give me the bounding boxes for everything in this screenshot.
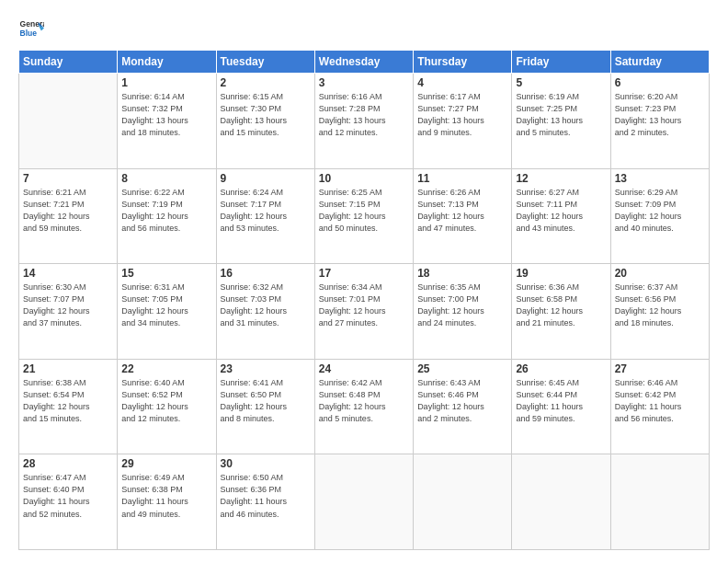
day-number: 1 <box>121 76 211 89</box>
weekday-header-tuesday: Tuesday <box>216 51 314 74</box>
calendar-cell <box>19 74 118 169</box>
calendar-cell <box>512 454 610 550</box>
calendar-cell: 7Sunrise: 6:21 AM Sunset: 7:21 PM Daylig… <box>19 168 118 264</box>
day-info: Sunrise: 6:37 AM Sunset: 6:56 PM Dayligh… <box>615 282 705 329</box>
day-number: 12 <box>516 172 606 185</box>
day-info: Sunrise: 6:40 AM Sunset: 6:52 PM Dayligh… <box>121 377 211 425</box>
day-info: Sunrise: 6:25 AM Sunset: 7:15 PM Dayligh… <box>319 187 409 235</box>
day-number: 18 <box>417 267 507 280</box>
day-info: Sunrise: 6:20 AM Sunset: 7:23 PM Dayligh… <box>615 91 705 139</box>
day-info: Sunrise: 6:34 AM Sunset: 7:01 PM Dayligh… <box>319 282 409 329</box>
day-number: 9 <box>221 172 311 185</box>
calendar-cell: 15Sunrise: 6:31 AM Sunset: 7:05 PM Dayli… <box>118 264 216 360</box>
calendar-header-row: SundayMondayTuesdayWednesdayThursdayFrid… <box>19 51 710 74</box>
calendar-cell: 16Sunrise: 6:32 AM Sunset: 7:03 PM Dayli… <box>216 264 314 360</box>
day-number: 14 <box>23 267 113 280</box>
day-number: 23 <box>221 362 311 375</box>
day-info: Sunrise: 6:19 AM Sunset: 7:25 PM Dayligh… <box>516 91 606 139</box>
day-number: 5 <box>516 76 606 89</box>
calendar-cell: 2Sunrise: 6:15 AM Sunset: 7:30 PM Daylig… <box>216 74 314 169</box>
day-info: Sunrise: 6:30 AM Sunset: 7:07 PM Dayligh… <box>23 282 113 329</box>
calendar-week-2: 7Sunrise: 6:21 AM Sunset: 7:21 PM Daylig… <box>19 168 710 264</box>
calendar-cell: 5Sunrise: 6:19 AM Sunset: 7:25 PM Daylig… <box>512 74 610 169</box>
day-number: 22 <box>121 362 211 375</box>
day-number: 24 <box>319 362 409 375</box>
day-number: 15 <box>121 267 211 280</box>
weekday-header-thursday: Thursday <box>414 51 512 74</box>
weekday-header-monday: Monday <box>118 51 216 74</box>
day-info: Sunrise: 6:27 AM Sunset: 7:11 PM Dayligh… <box>516 187 606 235</box>
calendar-week-5: 28Sunrise: 6:47 AM Sunset: 6:40 PM Dayli… <box>19 454 710 550</box>
calendar-cell: 28Sunrise: 6:47 AM Sunset: 6:40 PM Dayli… <box>19 454 118 550</box>
day-number: 17 <box>319 267 409 280</box>
day-number: 21 <box>23 362 113 375</box>
day-info: Sunrise: 6:29 AM Sunset: 7:09 PM Dayligh… <box>615 187 705 235</box>
day-info: Sunrise: 6:17 AM Sunset: 7:27 PM Dayligh… <box>417 91 507 139</box>
day-number: 29 <box>121 457 211 470</box>
calendar-cell: 23Sunrise: 6:41 AM Sunset: 6:50 PM Dayli… <box>216 359 314 454</box>
calendar-cell: 17Sunrise: 6:34 AM Sunset: 7:01 PM Dayli… <box>314 264 413 360</box>
calendar-cell: 6Sunrise: 6:20 AM Sunset: 7:23 PM Daylig… <box>610 74 709 169</box>
day-number: 25 <box>417 362 507 375</box>
calendar-cell: 14Sunrise: 6:30 AM Sunset: 7:07 PM Dayli… <box>19 264 118 360</box>
calendar-cell: 11Sunrise: 6:26 AM Sunset: 7:13 PM Dayli… <box>414 168 512 264</box>
day-info: Sunrise: 6:26 AM Sunset: 7:13 PM Dayligh… <box>417 187 507 235</box>
day-info: Sunrise: 6:36 AM Sunset: 6:58 PM Dayligh… <box>516 282 606 329</box>
calendar-week-1: 1Sunrise: 6:14 AM Sunset: 7:32 PM Daylig… <box>19 74 710 169</box>
calendar-cell: 12Sunrise: 6:27 AM Sunset: 7:11 PM Dayli… <box>512 168 610 264</box>
day-number: 11 <box>417 172 507 185</box>
day-info: Sunrise: 6:35 AM Sunset: 7:00 PM Dayligh… <box>417 282 507 329</box>
calendar-cell: 29Sunrise: 6:49 AM Sunset: 6:38 PM Dayli… <box>118 454 216 550</box>
calendar-cell: 21Sunrise: 6:38 AM Sunset: 6:54 PM Dayli… <box>19 359 118 454</box>
day-info: Sunrise: 6:43 AM Sunset: 6:46 PM Dayligh… <box>417 377 507 425</box>
calendar-cell: 27Sunrise: 6:46 AM Sunset: 6:42 PM Dayli… <box>610 359 709 454</box>
weekday-header-friday: Friday <box>512 51 610 74</box>
day-info: Sunrise: 6:14 AM Sunset: 7:32 PM Dayligh… <box>121 91 211 139</box>
calendar-cell: 9Sunrise: 6:24 AM Sunset: 7:17 PM Daylig… <box>216 168 314 264</box>
day-info: Sunrise: 6:21 AM Sunset: 7:21 PM Dayligh… <box>23 187 113 235</box>
calendar-cell: 26Sunrise: 6:45 AM Sunset: 6:44 PM Dayli… <box>512 359 610 454</box>
weekday-header-wednesday: Wednesday <box>314 51 413 74</box>
day-number: 6 <box>615 76 705 89</box>
day-info: Sunrise: 6:24 AM Sunset: 7:17 PM Dayligh… <box>221 187 311 235</box>
day-number: 7 <box>23 172 113 185</box>
day-number: 27 <box>615 362 705 375</box>
day-info: Sunrise: 6:41 AM Sunset: 6:50 PM Dayligh… <box>221 377 311 425</box>
calendar-cell: 25Sunrise: 6:43 AM Sunset: 6:46 PM Dayli… <box>414 359 512 454</box>
calendar-cell: 30Sunrise: 6:50 AM Sunset: 6:36 PM Dayli… <box>216 454 314 550</box>
logo: General Blue <box>18 17 44 42</box>
day-info: Sunrise: 6:38 AM Sunset: 6:54 PM Dayligh… <box>23 377 113 425</box>
day-info: Sunrise: 6:49 AM Sunset: 6:38 PM Dayligh… <box>121 472 211 520</box>
calendar-cell: 20Sunrise: 6:37 AM Sunset: 6:56 PM Dayli… <box>610 264 709 360</box>
day-number: 19 <box>516 267 606 280</box>
page-header: General Blue <box>18 17 710 42</box>
calendar-cell <box>414 454 512 550</box>
day-number: 26 <box>516 362 606 375</box>
day-info: Sunrise: 6:46 AM Sunset: 6:42 PM Dayligh… <box>615 377 705 425</box>
calendar-cell: 13Sunrise: 6:29 AM Sunset: 7:09 PM Dayli… <box>610 168 709 264</box>
calendar-week-4: 21Sunrise: 6:38 AM Sunset: 6:54 PM Dayli… <box>19 359 710 454</box>
calendar-table: SundayMondayTuesdayWednesdayThursdayFrid… <box>18 50 710 550</box>
logo-icon: General Blue <box>18 17 44 42</box>
calendar-cell: 19Sunrise: 6:36 AM Sunset: 6:58 PM Dayli… <box>512 264 610 360</box>
calendar-cell: 8Sunrise: 6:22 AM Sunset: 7:19 PM Daylig… <box>118 168 216 264</box>
calendar-cell: 24Sunrise: 6:42 AM Sunset: 6:48 PM Dayli… <box>314 359 413 454</box>
calendar-cell: 18Sunrise: 6:35 AM Sunset: 7:00 PM Dayli… <box>414 264 512 360</box>
day-info: Sunrise: 6:31 AM Sunset: 7:05 PM Dayligh… <box>121 282 211 329</box>
calendar-cell: 3Sunrise: 6:16 AM Sunset: 7:28 PM Daylig… <box>314 74 413 169</box>
day-number: 13 <box>615 172 705 185</box>
day-number: 30 <box>221 457 311 470</box>
day-info: Sunrise: 6:47 AM Sunset: 6:40 PM Dayligh… <box>23 472 113 520</box>
weekday-header-saturday: Saturday <box>610 51 709 74</box>
day-info: Sunrise: 6:42 AM Sunset: 6:48 PM Dayligh… <box>319 377 409 425</box>
day-info: Sunrise: 6:50 AM Sunset: 6:36 PM Dayligh… <box>221 472 311 520</box>
day-number: 28 <box>23 457 113 470</box>
calendar-cell: 22Sunrise: 6:40 AM Sunset: 6:52 PM Dayli… <box>118 359 216 454</box>
svg-text:Blue: Blue <box>20 29 38 38</box>
day-info: Sunrise: 6:45 AM Sunset: 6:44 PM Dayligh… <box>516 377 606 425</box>
day-number: 4 <box>417 76 507 89</box>
calendar-cell: 1Sunrise: 6:14 AM Sunset: 7:32 PM Daylig… <box>118 74 216 169</box>
calendar-cell <box>610 454 709 550</box>
calendar-cell: 4Sunrise: 6:17 AM Sunset: 7:27 PM Daylig… <box>414 74 512 169</box>
day-info: Sunrise: 6:16 AM Sunset: 7:28 PM Dayligh… <box>319 91 409 139</box>
